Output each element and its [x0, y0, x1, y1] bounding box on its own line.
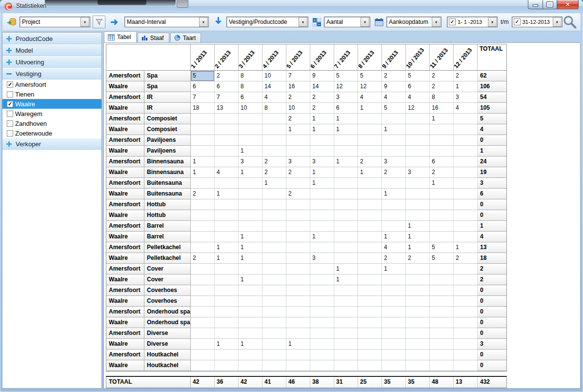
- table-cell[interactable]: 2: [358, 157, 382, 167]
- table-cell[interactable]: 1: [382, 232, 406, 242]
- minimize-button[interactable]: [528, 0, 543, 9]
- table-cell[interactable]: 12: [334, 81, 358, 92]
- table-cell[interactable]: 5: [430, 242, 454, 253]
- table-cell[interactable]: [406, 157, 430, 167]
- table-cell[interactable]: [334, 296, 358, 307]
- table-cell[interactable]: [310, 264, 334, 274]
- table-cell[interactable]: [215, 317, 239, 328]
- table-cell[interactable]: [358, 296, 382, 307]
- table-cell[interactable]: [406, 360, 430, 371]
- table-cell[interactable]: [310, 360, 334, 371]
- sidebar-group-vestiging[interactable]: Vestiging: [2, 68, 101, 79]
- table-cell[interactable]: 1: [334, 114, 358, 124]
- sidebar-item-tienen[interactable]: Tienen: [2, 89, 101, 99]
- table-cell[interactable]: [430, 328, 454, 339]
- checkbox[interactable]: ✓: [7, 81, 13, 88]
- table-cell[interactable]: [454, 339, 478, 350]
- table-cell[interactable]: [358, 146, 382, 157]
- sidebar-group-uitvoering[interactable]: Uitvoering: [2, 56, 101, 68]
- table-cell[interactable]: [454, 232, 478, 242]
- table-cell[interactable]: 3: [382, 157, 406, 167]
- table-cell[interactable]: [334, 146, 358, 157]
- checkbox[interactable]: [7, 111, 13, 117]
- table-cell[interactable]: [310, 221, 334, 232]
- date-from-picker[interactable]: ✓ 1- 1 -2013 ▼: [447, 17, 498, 27]
- table-cell[interactable]: 1: [286, 124, 310, 135]
- table-cell[interactable]: [310, 307, 334, 317]
- table-cell[interactable]: 6: [239, 92, 262, 103]
- table-cell[interactable]: [262, 296, 286, 307]
- table-cell[interactable]: [262, 199, 286, 210]
- table-cell[interactable]: [239, 210, 262, 221]
- table-cell[interactable]: [382, 307, 406, 317]
- table-cell[interactable]: 1: [215, 253, 239, 264]
- table-cell[interactable]: [454, 124, 478, 135]
- table-cell[interactable]: [310, 242, 334, 253]
- table-cell[interactable]: [262, 307, 286, 317]
- table-cell[interactable]: [262, 210, 286, 221]
- table-cell[interactable]: [262, 339, 286, 350]
- table-cell[interactable]: [191, 210, 215, 221]
- table-cell[interactable]: [430, 274, 454, 285]
- table-cell[interactable]: 2: [382, 71, 406, 81]
- table-cell[interactable]: [191, 199, 215, 210]
- table-cell[interactable]: [310, 350, 334, 360]
- table-cell[interactable]: [430, 339, 454, 350]
- table-cell[interactable]: [191, 307, 215, 317]
- table-cell[interactable]: 16: [286, 81, 310, 92]
- table-cell[interactable]: [454, 178, 478, 189]
- table-cell[interactable]: 1: [382, 124, 406, 135]
- table-cell[interactable]: [262, 146, 286, 157]
- table-cell[interactable]: [358, 210, 382, 221]
- table-cell[interactable]: [406, 178, 430, 189]
- table-cell[interactable]: [239, 135, 262, 146]
- table-cell[interactable]: [191, 285, 215, 296]
- table-cell[interactable]: 6: [430, 157, 454, 167]
- chevron-down-icon[interactable]: ▼: [553, 17, 562, 27]
- table-cell[interactable]: [215, 146, 239, 157]
- table-cell[interactable]: [191, 328, 215, 339]
- table-cell[interactable]: [334, 242, 358, 253]
- table-cell[interactable]: 2: [454, 253, 478, 264]
- table-cell[interactable]: [286, 199, 310, 210]
- tab-tabel[interactable]: Tabel: [104, 31, 137, 42]
- table-cell[interactable]: [286, 328, 310, 339]
- table-cell[interactable]: [430, 285, 454, 296]
- table-cell[interactable]: [430, 317, 454, 328]
- table-cell[interactable]: 14: [262, 81, 286, 92]
- table-cell[interactable]: [286, 253, 310, 264]
- table-cell[interactable]: [215, 178, 239, 189]
- table-cell[interactable]: [262, 328, 286, 339]
- table-cell[interactable]: [286, 264, 310, 274]
- table-cell[interactable]: [358, 285, 382, 296]
- table-cell[interactable]: [358, 253, 382, 264]
- table-cell[interactable]: 1: [215, 242, 239, 253]
- table-cell[interactable]: 1: [406, 221, 430, 232]
- table-cell[interactable]: [358, 274, 382, 285]
- table-cell[interactable]: [358, 264, 382, 274]
- table-cell[interactable]: [382, 328, 406, 339]
- table-cell[interactable]: [286, 274, 310, 285]
- measure-combobox[interactable]: Aantal ▼: [324, 17, 370, 27]
- table-cell[interactable]: [262, 253, 286, 264]
- table-cell[interactable]: [215, 210, 239, 221]
- table-cell[interactable]: [382, 274, 406, 285]
- table-cell[interactable]: [191, 274, 215, 285]
- chevron-down-icon[interactable]: ▼: [361, 17, 369, 27]
- table-cell[interactable]: [286, 232, 310, 242]
- table-cell[interactable]: [310, 135, 334, 146]
- sidebar-item-waregem[interactable]: Waregem: [2, 109, 101, 118]
- table-cell[interactable]: [310, 296, 334, 307]
- table-cell[interactable]: [430, 232, 454, 242]
- table-cell[interactable]: 4: [358, 92, 382, 103]
- table-cell[interactable]: 1: [286, 339, 310, 350]
- table-cell[interactable]: 2: [286, 167, 310, 178]
- table-cell[interactable]: [382, 296, 406, 307]
- table-cell[interactable]: [215, 360, 239, 371]
- table-cell[interactable]: [406, 339, 430, 350]
- table-cell[interactable]: [382, 199, 406, 210]
- table-cell[interactable]: [406, 317, 430, 328]
- table-cell[interactable]: 2: [191, 189, 215, 199]
- table-cell[interactable]: 10: [262, 71, 286, 81]
- table-cell[interactable]: [262, 114, 286, 124]
